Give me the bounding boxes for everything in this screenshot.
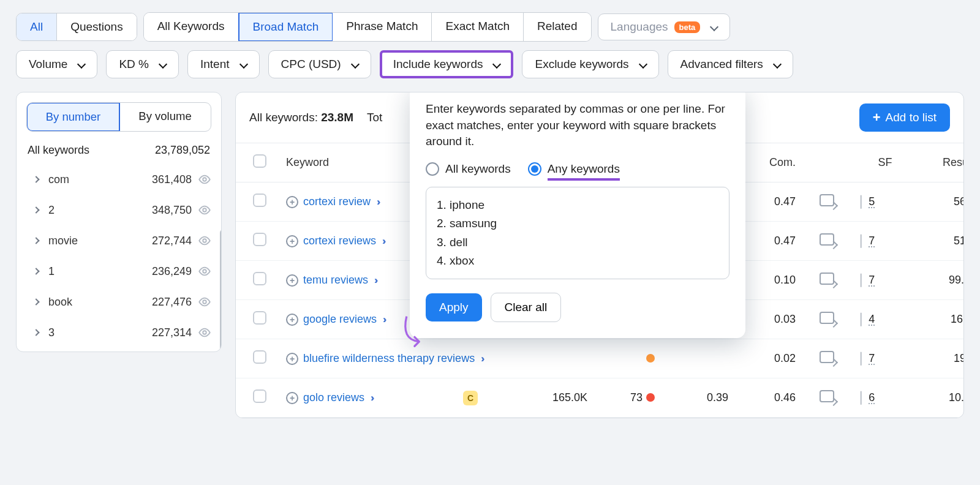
serp-icon[interactable] [820,233,834,246]
sidebar-group-row[interactable]: 2348,750 [17,195,221,225]
keyword-text: google reviews [303,313,377,326]
add-to-list-button[interactable]: + Add to list [859,103,950,132]
select-all-checkbox[interactable] [253,154,266,168]
col-results[interactable]: Results [916,154,964,171]
col-sf[interactable]: SF [854,154,916,171]
cell-volume [487,356,591,361]
add-keyword-icon[interactable]: + [286,196,298,208]
cell-volume: 165.0K [487,389,591,407]
sidebar-group-row[interactable]: 1236,249 [17,256,221,287]
row-checkbox[interactable] [253,389,266,403]
cell-sf[interactable]: │7 [858,352,912,365]
eye-icon[interactable] [198,173,211,186]
sidebar-group-row[interactable]: movie272,744 [17,225,221,256]
apply-button[interactable]: Apply [426,293,482,321]
serp-icon[interactable] [820,351,834,363]
keyword-link[interactable]: +golo reviews›› [286,391,450,404]
chevron-right-icon [32,206,39,213]
eye-icon[interactable] [198,203,211,217]
sidebar-all-label: All keywords [28,144,89,157]
cell-sf[interactable]: │7 [858,274,912,287]
tab-broad-match[interactable]: Broad Match [238,12,334,42]
keyword-text: temu reviews [303,274,368,287]
match-tab-group: All Keywords Broad Match Phrase Match Ex… [143,12,592,42]
main-layout: By number By volume All keywords 23,789,… [16,92,964,418]
sidebar-group-label: movie [48,235,78,247]
toggle-by-number[interactable]: By number [26,102,120,132]
tab-related[interactable]: Related [524,13,591,41]
keyword-input-area[interactable]: iphonesamsungdellxbox [426,187,729,280]
cell-sf[interactable]: │5 [858,195,912,208]
eye-icon[interactable] [198,295,211,309]
chevron-right-icon [32,237,39,244]
row-checkbox[interactable] [253,194,266,207]
svg-point-3 [203,269,206,273]
add-keyword-icon[interactable]: + [286,353,298,365]
cell-results: 16.3B [916,310,964,328]
sidebar-group-row[interactable]: book227,476 [17,287,221,317]
serp-icon[interactable] [820,273,834,285]
filter-cpc[interactable]: CPC (USD) [268,50,371,78]
svg-point-1 [203,208,206,212]
summary-all-keywords: All keywords: 23.8M [249,111,353,124]
serp-icon[interactable] [820,312,834,324]
radio-all-keywords[interactable]: All keywords [426,162,511,176]
filter-include-keywords[interactable]: Include keywords [380,50,514,78]
keyword-entry: iphone [450,196,718,214]
filter-kd[interactable]: KD % [106,50,179,78]
row-checkbox[interactable] [253,272,266,285]
tab-all[interactable]: All [17,13,57,40]
add-keyword-icon[interactable]: + [286,314,298,326]
chevron-double-right-icon: ›› [377,196,377,208]
kd-dot-icon [646,354,655,363]
cell-sf[interactable]: │4 [858,313,912,326]
row-checkbox[interactable] [253,233,266,246]
group-sidebar: By number By volume All keywords 23,789,… [16,92,222,352]
sidebar-all-row[interactable]: All keywords 23,789,052 [17,141,221,163]
row-checkbox[interactable] [253,350,266,364]
svg-point-5 [203,331,206,334]
results-panel: All keywords: 23.8M Tot + Add to list Ke… [235,92,964,418]
scrollbar-thumb[interactable] [220,230,222,352]
sidebar-group-row[interactable]: com361,408 [17,164,221,195]
cell-sf[interactable]: │6 [858,391,912,404]
popover-actions: Apply Clear all [426,293,729,322]
radio-any-keywords[interactable]: Any keywords [528,162,620,176]
toggle-by-volume[interactable]: By volume [119,103,211,131]
tab-phrase-match[interactable]: Phrase Match [333,13,432,41]
tab-exact-match[interactable]: Exact Match [432,13,524,41]
clear-all-button[interactable]: Clear all [491,293,562,322]
keyword-text: cortexi review [303,195,371,208]
filter-exclude-keywords[interactable]: Exclude keywords [522,50,658,78]
intent-badge: C [463,391,478,405]
cell-sf[interactable]: │7 [858,235,912,247]
sidebar-group-label: com [48,173,69,186]
chevron-right-icon [32,268,39,274]
sidebar-group-row[interactable]: 3227,314 [17,317,221,348]
chevron-right-icon [32,298,39,305]
eye-icon[interactable] [198,326,211,339]
add-keyword-icon[interactable]: + [286,392,298,404]
filter-advanced[interactable]: Advanced filters [668,50,793,78]
sidebar-mode-toggle: By number By volume [26,102,211,132]
languages-dropdown[interactable]: Languages beta [598,13,731,40]
tab-all-keywords[interactable]: All Keywords [144,13,239,41]
add-keyword-icon[interactable]: + [286,235,298,247]
chevron-right-icon [32,329,39,336]
serp-icon[interactable] [820,194,834,206]
keyword-entry: dell [450,233,718,252]
filter-volume[interactable]: Volume [16,50,97,78]
keyword-link[interactable]: +bluefire wilderness therapy reviews›› [286,352,450,365]
filter-intent[interactable]: Intent [187,50,260,78]
row-checkbox[interactable] [253,311,266,325]
cell-com: 0.02 [732,350,799,367]
eye-icon[interactable] [198,265,211,278]
cell-results: 99.1M [916,271,964,289]
tab-questions[interactable]: Questions [57,13,137,40]
cell-results: 10.2M [916,389,964,407]
serp-icon[interactable] [820,390,834,402]
add-keyword-icon[interactable]: + [286,274,298,287]
sidebar-group-label: book [48,296,72,309]
sidebar-group-count: 272,744 [152,235,192,247]
eye-icon[interactable] [198,234,211,247]
